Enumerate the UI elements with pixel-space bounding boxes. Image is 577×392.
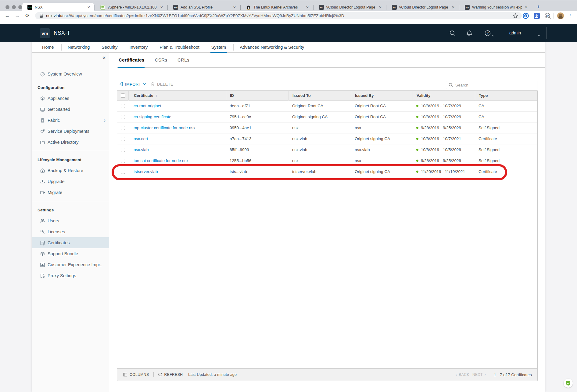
page-top-strip	[0, 20, 577, 24]
bundle-icon	[40, 251, 45, 256]
sidebar-item-support-bundle[interactable]: Support Bundle	[32, 248, 109, 259]
back-button[interactable]: BACK	[459, 373, 469, 377]
search-icon[interactable]	[449, 30, 456, 37]
sidebar-item-appliances[interactable]: Appliances	[32, 93, 109, 104]
certificate-link[interactable]: tomcat certificate for node nsx	[134, 158, 188, 163]
mac-zoom-button[interactable]	[18, 5, 22, 9]
column-header-issued-to[interactable]: Issued To	[288, 91, 351, 101]
extension-ip-icon[interactable]: IP	[544, 12, 551, 19]
row-checkbox[interactable]	[117, 148, 128, 152]
browser-reload-button[interactable]: ⟳	[24, 12, 31, 19]
user-menu[interactable]: admin	[509, 30, 521, 35]
nav-divider	[61, 44, 62, 51]
row-checkbox[interactable]	[117, 159, 128, 163]
sidebar-collapse-icon[interactable]: «	[102, 54, 106, 61]
vmware-favicon: vm	[465, 5, 470, 10]
adguard-shield-icon[interactable]	[564, 379, 573, 388]
browser-forward-button[interactable]: →	[14, 12, 21, 19]
sidebar-item-active-directory[interactable]: Active Directory	[32, 137, 109, 148]
tab-close-icon[interactable]: ×	[451, 5, 456, 10]
tab-crls[interactable]: CRLs	[177, 53, 190, 68]
nav-item-networking[interactable]: Networking	[67, 42, 91, 53]
delete-button[interactable]: DELETE	[150, 82, 173, 87]
certificate-link[interactable]: mp-cluster certificate for node nsx	[134, 125, 195, 130]
refresh-button[interactable]: REFRESH	[158, 373, 183, 377]
column-header-issued-by[interactable]: Issued By	[351, 91, 413, 101]
table-footer: COLUMNS REFRESH Last Updated: a minute a…	[117, 368, 538, 381]
address-bar[interactable]: nsx.vlab/nsx/#/app/system/home/certifica…	[35, 12, 522, 19]
column-header-id[interactable]: ID	[226, 91, 288, 101]
key-icon	[40, 229, 45, 235]
tab-separator	[459, 5, 459, 10]
browser-tab[interactable]: vSphere - win10-10.10.2.100 - S ×	[95, 3, 167, 12]
column-header-type[interactable]: Type	[475, 91, 538, 101]
notifications-bell-icon[interactable]	[466, 30, 473, 37]
nav-item-security[interactable]: Security	[101, 42, 118, 53]
nav-item-advanced-networking-security[interactable]: Advanced Networking & Security	[239, 42, 305, 53]
sidebar-item-get-started[interactable]: Get Started	[32, 104, 109, 115]
browser-tab[interactable]: NSX NSX ×	[22, 3, 94, 12]
row-checkbox[interactable]	[117, 104, 128, 108]
sidebar-item-migrate[interactable]: Migrate	[32, 187, 109, 198]
row-checkbox[interactable]	[117, 137, 128, 141]
row-checkbox[interactable]	[117, 115, 128, 119]
mac-minimize-button[interactable]	[12, 5, 16, 9]
sidebar-item-backup-restore[interactable]: Backup & Restore	[32, 165, 109, 176]
sidebar-item-upgrade[interactable]: Upgrade	[32, 176, 109, 187]
sidebar-item-users[interactable]: Users	[32, 215, 109, 226]
nav-item-inventory[interactable]: Inventory	[129, 42, 149, 53]
browser-tab[interactable]: vm vCloud Director Logout Page ×	[387, 3, 459, 12]
new-tab-button[interactable]: +	[535, 3, 542, 11]
certificate-link[interactable]: ca-root-originet	[134, 104, 161, 108]
columns-button[interactable]: COLUMNS	[123, 373, 149, 377]
browser-profile-avatar[interactable]	[557, 12, 564, 19]
browser-tab[interactable]: The Linux Kernel Archives ×	[241, 3, 313, 12]
tab-separator	[167, 5, 168, 10]
tab-close-icon[interactable]: ×	[86, 5, 91, 10]
sort-ascending-icon: ↑	[156, 94, 158, 98]
main-nav: HomeNetworkingSecurityInventoryPlan & Tr…	[32, 42, 545, 53]
bookmark-star-icon[interactable]	[512, 12, 519, 19]
nav-item-plan-troubleshoot[interactable]: Plan & Troubleshoot	[159, 42, 200, 53]
browser-tab[interactable]: vm vCloud Director Logout Page ×	[314, 3, 386, 12]
column-header-certificate[interactable]: Certificate↑	[128, 91, 226, 101]
row-checkbox[interactable]	[117, 126, 128, 130]
nav-item-system[interactable]: System	[210, 42, 227, 53]
tab-close-icon[interactable]: ×	[378, 5, 383, 10]
help-icon[interactable]: ?	[484, 30, 491, 37]
next-button[interactable]: NEXT	[472, 373, 483, 377]
tab-close-icon[interactable]: ×	[305, 5, 310, 10]
sidebar-item-fabric[interactable]: Fabric ›	[32, 115, 109, 126]
tab-certificates[interactable]: Certificates	[118, 53, 145, 68]
table-search-input[interactable]: Search	[446, 81, 537, 89]
certificate-link[interactable]: ca-signing-certificate	[134, 115, 171, 119]
validity-status-dot	[416, 105, 418, 107]
sidebar-item-certificates[interactable]: Certificates	[32, 237, 109, 248]
browser-tab[interactable]: vm Warning Your session will expire ×	[460, 3, 532, 12]
sidebar-item-system-overview[interactable]: System Overview	[32, 69, 109, 79]
mac-close-button[interactable]	[5, 5, 9, 9]
certificate-link[interactable]: nsx.vlab	[134, 147, 149, 152]
tab-close-icon[interactable]: ×	[232, 5, 237, 10]
column-header-validity[interactable]: Validity	[413, 91, 475, 101]
vmware-logo[interactable]: vm	[40, 28, 50, 38]
tab-separator	[386, 5, 386, 10]
linux-tux-favicon	[246, 5, 251, 10]
certificate-link[interactable]: nsx.cert	[134, 136, 148, 141]
browser-tab[interactable]: vm Add an SSL Profile ×	[168, 3, 240, 12]
tab-close-icon[interactable]: ×	[159, 5, 164, 10]
import-button[interactable]: IMPORT	[118, 82, 145, 87]
nav-item-home[interactable]: Home	[41, 42, 55, 53]
extension-onepassword-icon[interactable]	[522, 12, 529, 19]
browser-back-button[interactable]: ←	[4, 12, 11, 19]
select-all-checkbox[interactable]	[117, 91, 128, 101]
tab-close-icon[interactable]: ×	[524, 5, 529, 10]
browser-menu-icon[interactable]: ⋮	[567, 12, 574, 19]
sidebar-item-service-deployments[interactable]: Service Deployments	[32, 126, 109, 137]
building-icon	[40, 118, 45, 123]
tab-csrs[interactable]: CSRs	[154, 53, 167, 68]
sidebar-item-proxy-settings[interactable]: Proxy Settings	[32, 270, 109, 281]
sidebar-item-licenses[interactable]: Licenses	[32, 226, 109, 237]
extension-download-icon[interactable]	[533, 12, 540, 19]
sidebar-item-customer-experience-impr-[interactable]: Customer Experience Impr...	[32, 259, 109, 270]
